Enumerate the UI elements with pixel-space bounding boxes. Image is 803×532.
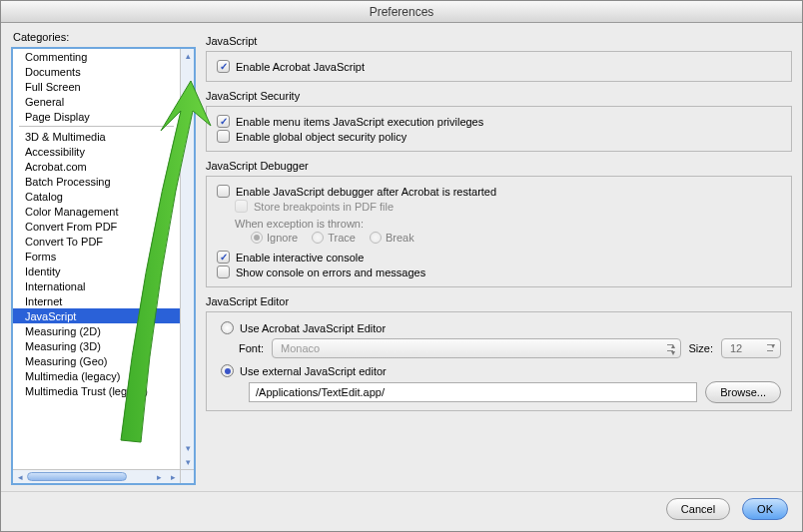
label-break: Break <box>386 232 414 244</box>
scroll-down-icon[interactable]: ▾ <box>181 441 195 455</box>
group-editor-title: JavaScript Editor <box>206 295 792 307</box>
horizontal-scrollbar[interactable]: ◂ ▸ ▸ <box>13 469 180 483</box>
row-editor-path: Browse... <box>249 381 781 403</box>
category-item[interactable]: Forms <box>13 249 180 264</box>
label-ignore: Ignore <box>267 232 298 244</box>
content: Categories: CommentingDocumentsFull Scre… <box>1 23 802 491</box>
categories-listbox[interactable]: CommentingDocumentsFull ScreenGeneralPag… <box>11 47 196 485</box>
group-editor: Use Acrobat JavaScript Editor Font: Mona… <box>206 311 792 411</box>
scroll-down-icon-2[interactable]: ▾ <box>181 455 195 469</box>
checkbox-interactive-console[interactable] <box>217 251 230 264</box>
checkbox-enable-debugger[interactable] <box>217 185 230 198</box>
label-global-policy: Enable global object security policy <box>236 131 406 143</box>
category-item[interactable]: Accessibility <box>13 144 180 159</box>
label-show-console: Show console on errors and messages <box>236 266 425 278</box>
category-item[interactable]: Multimedia (legacy) <box>13 368 180 383</box>
category-item[interactable]: Color Management <box>13 204 180 219</box>
category-item[interactable]: Measuring (Geo) <box>13 353 180 368</box>
category-item[interactable]: Full Screen <box>13 79 180 94</box>
scroll-right-icon[interactable]: ▸ <box>152 470 166 484</box>
category-item[interactable]: Commenting <box>13 49 180 64</box>
scroll-right-icon-2[interactable]: ▸ <box>166 470 180 484</box>
combo-size[interactable]: 12 ▾ <box>721 338 781 358</box>
checkbox-store-breakpoints <box>235 200 248 213</box>
vertical-scrollbar[interactable]: ▴ ▾ ▾ <box>180 49 194 469</box>
window-title: Preferences <box>1 1 802 23</box>
radio-use-external-editor[interactable] <box>221 364 234 377</box>
radio-trace-wrap: Trace <box>312 232 356 244</box>
row-font: Font: Monaco ▴▾ Size: 12 ▾ <box>239 338 781 358</box>
label-use-acrobat-editor: Use Acrobat JavaScript Editor <box>240 322 386 334</box>
category-item[interactable]: Measuring (3D) <box>13 338 180 353</box>
row-show-console[interactable]: Show console on errors and messages <box>217 265 781 279</box>
browse-button[interactable]: Browse... <box>705 381 781 403</box>
category-item[interactable]: Identity <box>13 264 180 278</box>
row-enable-js[interactable]: Enable Acrobat JavaScript <box>217 59 781 74</box>
row-global-policy[interactable]: Enable global object security policy <box>217 129 781 144</box>
row-enable-debugger[interactable]: Enable JavaScript debugger after Acrobat… <box>217 184 781 199</box>
category-item[interactable]: Convert From PDF <box>13 219 180 234</box>
cancel-button[interactable]: Cancel <box>666 498 730 520</box>
category-item[interactable]: JavaScript <box>13 308 180 323</box>
row-menu-privileges[interactable]: Enable menu items JavaScript execution p… <box>217 114 781 129</box>
checkbox-enable-js[interactable] <box>217 60 230 73</box>
combo-arrows-icon: ▴▾ <box>671 342 675 356</box>
radio-break-wrap: Break <box>370 232 414 244</box>
category-item[interactable]: International <box>13 278 180 293</box>
row-use-acrobat-editor[interactable]: Use Acrobat JavaScript Editor <box>221 321 781 334</box>
scroll-corner <box>180 469 194 483</box>
categories-label: Categories: <box>13 31 196 43</box>
combo-font[interactable]: Monaco ▴▾ <box>272 338 680 358</box>
radio-use-acrobat-editor[interactable] <box>221 321 234 334</box>
combo-size-value: 12 <box>730 342 742 354</box>
categories-list-inner: CommentingDocumentsFull ScreenGeneralPag… <box>13 49 180 469</box>
category-item[interactable]: Acrobat.com <box>13 159 180 174</box>
label-interactive-console: Enable interactive console <box>236 252 364 264</box>
group-javascript-title: JavaScript <box>206 35 792 47</box>
checkbox-menu-privileges[interactable] <box>217 115 230 128</box>
label-when-exception: When exception is thrown: <box>235 218 781 230</box>
group-security: Enable menu items JavaScript execution p… <box>206 106 792 152</box>
category-item[interactable]: Internet <box>13 293 180 308</box>
exception-radio-group: Ignore Trace Break <box>251 232 781 244</box>
label-store-breakpoints: Store breakpoints in PDF file <box>254 201 394 213</box>
label-size: Size: <box>689 342 713 354</box>
dialog-footer: Cancel OK <box>1 491 802 531</box>
checkbox-global-policy[interactable] <box>217 130 230 143</box>
row-use-external-editor[interactable]: Use external JavaScript editor <box>221 364 781 377</box>
category-item[interactable]: 3D & Multimedia <box>13 129 180 144</box>
label-font: Font: <box>239 342 264 354</box>
category-item[interactable]: Page Display <box>13 109 180 124</box>
radio-ignore <box>251 232 263 244</box>
preferences-window: Preferences Categories: CommentingDocume… <box>0 0 803 532</box>
category-item[interactable]: Catalog <box>13 189 180 204</box>
category-separator <box>19 126 174 127</box>
category-item[interactable]: Batch Processing <box>13 174 180 189</box>
row-interactive-console[interactable]: Enable interactive console <box>217 250 781 265</box>
radio-trace <box>312 232 324 244</box>
group-security-title: JavaScript Security <box>206 90 792 102</box>
ok-button[interactable]: OK <box>742 498 788 520</box>
category-item[interactable]: General <box>13 94 180 109</box>
settings-column: JavaScript Enable Acrobat JavaScript Jav… <box>206 31 792 485</box>
scroll-left-icon[interactable]: ◂ <box>13 470 27 484</box>
category-item[interactable]: Multimedia Trust (legacy) <box>13 383 180 398</box>
categories-column: Categories: CommentingDocumentsFull Scre… <box>11 31 196 485</box>
group-debugger: Enable JavaScript debugger after Acrobat… <box>206 176 792 287</box>
label-enable-js: Enable Acrobat JavaScript <box>236 61 365 73</box>
radio-ignore-wrap: Ignore <box>251 232 298 244</box>
category-item[interactable]: Measuring (2D) <box>13 323 180 338</box>
group-javascript: Enable Acrobat JavaScript <box>206 51 792 82</box>
hscroll-thumb[interactable] <box>27 472 127 481</box>
scroll-up-icon[interactable]: ▴ <box>181 49 195 63</box>
label-menu-privileges: Enable menu items JavaScript execution p… <box>236 116 483 128</box>
category-item[interactable]: Documents <box>13 64 180 79</box>
scroll-track[interactable] <box>181 63 194 441</box>
label-use-external-editor: Use external JavaScript editor <box>240 365 387 377</box>
label-enable-debugger: Enable JavaScript debugger after Acrobat… <box>236 186 496 198</box>
input-editor-path[interactable] <box>249 382 697 402</box>
radio-break <box>370 232 382 244</box>
category-item[interactable]: Convert To PDF <box>13 234 180 249</box>
combo-arrows-icon: ▾ <box>771 342 775 349</box>
checkbox-show-console[interactable] <box>217 266 230 278</box>
